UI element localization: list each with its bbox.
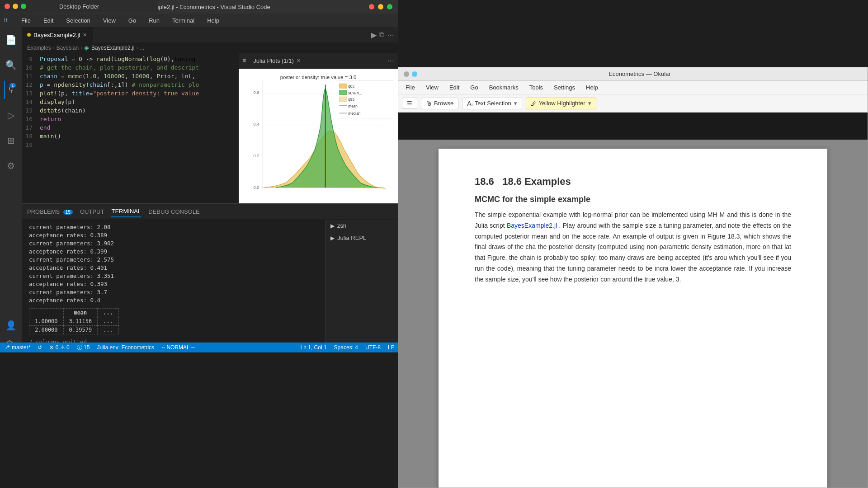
activity-run-icon[interactable]: ▷ [4,106,18,124]
okular-close-button[interactable] [404,71,409,77]
status-errors[interactable]: ⊗ 0 ⚠ 0 [49,344,69,351]
svg-text:0.0: 0.0 [254,185,259,190]
maximize-button[interactable] [21,4,26,9]
terminal-line-6: acceptance rates: 0.401 [29,264,318,272]
table-cell-index-2: 2.00000 [29,326,64,334]
yellow-highlighter-label: Yellow Highlighter [539,100,585,107]
minimize-button[interactable] [13,4,18,9]
plot-more-icon[interactable]: ⋯ [387,56,394,65]
table-cell-more-2: ... [98,326,119,334]
status-position[interactable]: Ln 1, Col 1 [301,344,327,351]
terminal-content[interactable]: current parameters: 2.08 acceptance rate… [22,220,326,352]
okular-page-area[interactable]: 18.6 18.6 Examples MCMC for the simple e… [398,140,868,488]
okular-menu-go[interactable]: Go [467,83,481,92]
activity-explorer-icon[interactable]: 📄 [2,31,20,49]
code-content: Proposal = θ -> rand(LogNormal(log(θ),tu… [36,53,239,203]
section-heading: 18.6 18.6 Examples [475,176,791,188]
vscode-max[interactable] [387,4,392,9]
breadcrumb-examples[interactable]: Examples [27,45,51,51]
okular-content: 18.6 18.6 Examples MCMC for the simple e… [398,113,868,488]
okular-menu-edit[interactable]: Edit [446,83,463,92]
tab-close-button[interactable]: ✕ [83,32,87,38]
status-spaces[interactable]: Spaces: 4 [334,344,358,351]
plot-tab-bar: ≡ Julia Plots (1/1) ✕ ⋯ [239,53,398,69]
tab-modified-dot [27,33,31,37]
status-sync[interactable]: ↺ [38,344,42,351]
tab-terminal[interactable]: TERMINAL [111,206,141,217]
activity-source-control-icon[interactable]: ⑂1 [4,81,18,99]
okular-menu-file[interactable]: File [402,83,419,92]
editor-plot-split: 910111213 141516171819 Proposal = θ -> r… [22,53,398,203]
breadcrumb-bayesian[interactable]: Bayesian [57,45,79,51]
terminal-shells: ▶ zsh ▶ Julia REPL [326,220,398,352]
status-info[interactable]: ⓘ 15 [77,344,90,352]
menu-edit[interactable]: Edit [41,16,56,25]
activity-extensions-icon[interactable]: ⊞ [4,131,19,150]
okular-menu-view[interactable]: View [422,83,442,92]
terminal-line-7: current parameters: 3.351 [29,272,318,280]
okular-page: 18.6 18.6 Examples MCMC for the simple e… [439,149,827,488]
activity-extra-icon[interactable]: ⚙ [3,157,19,175]
okular-min-button[interactable] [412,71,417,77]
menu-help[interactable]: Help [204,16,222,25]
menu-run[interactable]: Run [146,16,162,25]
okular-traffic-lights[interactable] [404,71,417,77]
more-actions-icon[interactable]: ⋯ [387,31,394,39]
close-button[interactable] [5,4,10,9]
okular-title: Econometrics — Okular [417,70,862,77]
breadcrumb-filename[interactable]: BayesExample2.jl [91,45,134,51]
tab-output[interactable]: OUTPUT [80,206,104,217]
vscode-main-area: 📄 🔍 ⑂1 ▷ ⊞ ⚙ 👤 ⚙ BayesExample2.jl ✕ ▶ [0,27,398,352]
browse-icon: 🖱 [426,100,432,107]
shell-julia-icon: ▶ [330,235,335,241]
section-title: 18.6 Examples [502,176,571,187]
okular-menu-bookmarks[interactable]: Bookmarks [486,83,522,92]
okular-menu-tools[interactable]: Tools [526,83,547,92]
menu-selection[interactable]: Selection [63,16,93,25]
activity-search-icon[interactable]: 🔍 [2,56,20,74]
okular-menu-help[interactable]: Help [582,83,602,92]
tab-debug-console[interactable]: DEBUG CONSOLE [148,206,199,217]
sidebar-toggle-button[interactable]: ☰ [402,98,417,109]
shell-zsh[interactable]: ▶ zsh [326,220,398,232]
run-icon[interactable]: ▶ [371,31,377,39]
vscode-logo-icon: ⌗ [4,16,8,24]
status-mode: -- NORMAL -- [161,344,195,351]
yellow-highlighter-dropdown-icon[interactable]: ▾ [588,100,591,107]
split-editor-icon[interactable]: ⧉ [379,31,384,39]
browse-button[interactable]: 🖱 Browse [421,98,458,109]
text-selection-dropdown-icon[interactable]: ▾ [514,100,517,107]
tab-problems[interactable]: PROBLEMS 15 [27,206,73,217]
status-eol[interactable]: LF [388,344,394,351]
shell-julia-repl[interactable]: ▶ Julia REPL [326,232,398,244]
svg-rect-16 [340,97,347,101]
svg-text:mean: mean [348,104,358,108]
yellow-highlighter-button[interactable]: 🖊 Yellow Highlighter ▾ [526,98,596,109]
table-row-1: 1.00000 3.11156 ... [29,317,119,326]
activity-account-icon[interactable]: 👤 [2,316,20,334]
vscode-close[interactable] [369,4,374,9]
plot-tab[interactable]: Julia Plots (1/1) ✕ [250,56,304,66]
traffic-lights[interactable] [5,4,26,9]
status-julia-env[interactable]: Julia env: Econometrics [97,344,154,351]
text-selection-button[interactable]: Aᵢ Text Selection ▾ [462,98,522,109]
plot-tab-close[interactable]: ✕ [297,58,301,64]
plot-chart: posterior density: true value = 3.0 0.0 … [239,69,398,203]
okular-page-container: 18.6 18.6 Examples MCMC for the simple e… [398,113,868,488]
menu-go[interactable]: Go [126,16,139,25]
editor-tab-bayesexample[interactable]: BayesExample2.jl ✕ [22,27,93,42]
breadcrumb-more[interactable]: ... [140,45,144,51]
vscode-min[interactable] [378,4,383,9]
terminal-line-1: current parameters: 2.08 [29,223,318,231]
terminal-data-table: mean ... 1.00000 3.11156 ... 2.00000 0.3… [29,308,119,334]
bayes-link[interactable]: BayesExample2.jl [507,222,557,229]
code-editor[interactable]: 910111213 141516171819 Proposal = θ -> r… [22,53,239,203]
status-encoding[interactable]: UTF-8 [365,344,381,351]
plot-content: posterior density: true value = 3.0 0.0 … [239,69,398,203]
menu-terminal[interactable]: Terminal [170,16,197,25]
menu-file[interactable]: File [19,16,33,25]
vscode-statusbar: ⎇ master* ↺ ⊗ 0 ⚠ 0 ⓘ 15 Julia env: Econ… [0,343,398,352]
menu-view[interactable]: View [100,16,118,25]
status-branch[interactable]: ⎇ master* [4,344,30,351]
okular-menu-settings[interactable]: Settings [550,83,579,92]
